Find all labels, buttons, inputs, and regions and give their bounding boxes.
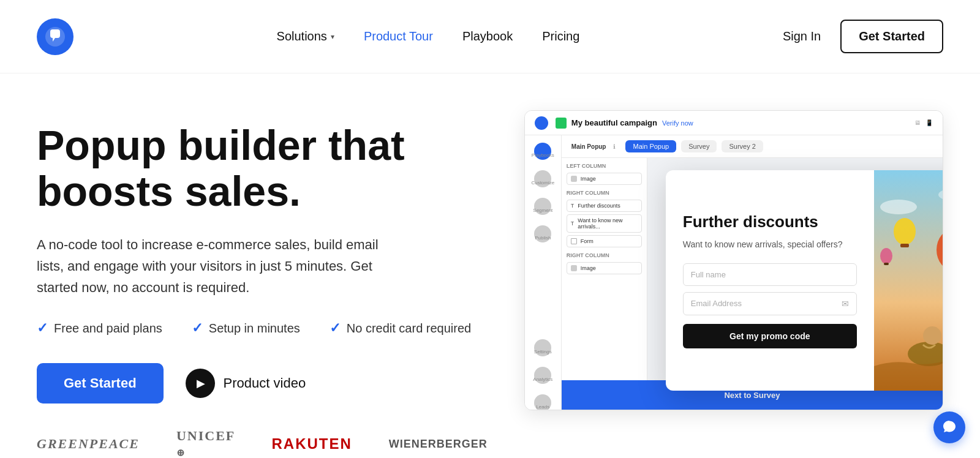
svg-rect-11 <box>884 263 889 265</box>
svg-point-13 <box>923 326 941 345</box>
sidebar-settings[interactable]: Settings <box>534 339 552 355</box>
checkmark-icon: ✓ <box>330 320 341 336</box>
checkmark-icon: ✓ <box>192 320 203 336</box>
mockup-left-column: Left Column Image Right Column T Further… <box>562 158 647 380</box>
nav-pricing[interactable]: Pricing <box>542 29 579 43</box>
logo-unicef: unicef ⊕ <box>176 428 235 458</box>
col-item-form[interactable]: Form <box>567 235 642 247</box>
check-setup: ✓ Setup in minutes <box>192 320 300 336</box>
svg-point-2 <box>880 200 917 214</box>
play-icon <box>186 369 215 398</box>
get-started-hero-button[interactable]: Get Started <box>37 363 164 404</box>
image-item-icon <box>571 176 577 182</box>
popup-email-input[interactable]: Email Address ✉ <box>683 292 857 315</box>
app-mockup: My beautiful campaign Verify now 🖥 📱 Pla… <box>524 110 943 410</box>
check-no-credit: ✓ No credit card required <box>330 320 471 336</box>
popup-left: Further discounts Want to know new arriv… <box>666 170 874 391</box>
sidebar-publish[interactable]: Publish <box>534 225 551 241</box>
col-item-image-2[interactable]: Image <box>567 262 642 274</box>
header-actions: Sign In Get Started <box>783 20 943 53</box>
tab-survey-2[interactable]: Survey 2 <box>722 140 763 152</box>
mockup-tabs-bar: Main Popup ℹ Main Popup Survey Survey 2 <box>562 135 943 158</box>
svg-point-6 <box>894 218 916 245</box>
sidebar-customize[interactable]: Customize <box>531 170 554 186</box>
sidebar-analytics[interactable]: Analytics <box>533 367 552 382</box>
svg-rect-7 <box>900 244 909 247</box>
mockup-edit-area: Left Column Image Right Column T Further… <box>562 158 943 380</box>
tab-main-popup[interactable]: Main Popup <box>625 140 676 152</box>
app-mockup-container: My beautiful campaign Verify now 🖥 📱 Pla… <box>524 110 943 416</box>
hero-title: Popup builder that boosts sales. <box>37 122 488 214</box>
product-video-button[interactable]: Product video <box>186 369 306 398</box>
popup-preview: Further discounts Want to know new arriv… <box>666 170 943 391</box>
svg-point-10 <box>880 248 892 264</box>
checkmark-icon: ✓ <box>37 320 48 336</box>
nav-product-tour[interactable]: Product Tour <box>364 29 433 43</box>
mockup-logo-icon <box>535 116 548 130</box>
hero-left: Popup builder that boosts sales. A no-co… <box>37 110 488 458</box>
desktop-icon: 🖥 <box>914 119 921 126</box>
nav-playbook[interactable]: Playbook <box>462 29 513 43</box>
brand-logos: GREENPEACE unicef ⊕ Rakuten wienerberger <box>37 404 488 458</box>
tab-info-icon: ℹ <box>613 143 616 150</box>
sidebar-segment[interactable]: Segment <box>533 198 552 213</box>
hero-description: A no-code tool to increase e-commerce sa… <box>37 234 404 299</box>
checklist: ✓ Free and paid plans ✓ Setup in minutes… <box>37 320 488 336</box>
sidebar-playbooks[interactable]: Playbooks <box>532 143 554 158</box>
get-started-header-button[interactable]: Get Started <box>840 20 943 53</box>
nav-solutions[interactable]: Solutions ▾ <box>277 29 334 43</box>
logo-wienerberger: wienerberger <box>389 438 488 451</box>
mockup-canvas: Further discounts Want to know new arriv… <box>647 158 943 380</box>
chat-bubble-button[interactable] <box>933 411 965 443</box>
tablet-icon: 📱 <box>925 119 933 126</box>
mockup-topbar: My beautiful campaign Verify now 🖥 📱 <box>525 111 943 135</box>
check-free-plans: ✓ Free and paid plans <box>37 320 162 336</box>
chart-icon <box>556 118 567 129</box>
mockup-sidebar: Playbooks Customize Segment Publish <box>525 135 562 410</box>
col-item-image[interactable]: Image <box>567 173 642 185</box>
image2-item-icon <box>571 265 577 271</box>
col-item-further[interactable]: T Further discounts <box>567 200 642 212</box>
cta-row: Get Started Product video <box>37 363 488 404</box>
main-nav: Solutions ▾ Product Tour Playbook Pricin… <box>277 29 580 43</box>
popup-image: × <box>874 170 943 391</box>
tab-survey[interactable]: Survey <box>681 140 717 152</box>
popup-cta-button[interactable]: Get my promo code <box>683 324 857 348</box>
mockup-toolbar: 🖥 📱 <box>914 119 933 126</box>
logo-greenpeace: GREENPEACE <box>37 436 140 452</box>
col-item-arrivals[interactable]: T Want to know new arrivals... <box>567 214 642 233</box>
sidebar-leads[interactable]: Leads <box>534 394 551 410</box>
popup-fullname-input[interactable]: Full name <box>683 263 857 286</box>
logo[interactable] <box>37 18 74 55</box>
sign-in-button[interactable]: Sign In <box>783 29 821 43</box>
chevron-down-icon: ▾ <box>331 32 334 41</box>
mockup-body: Playbooks Customize Segment Publish <box>525 135 943 410</box>
logo-rakuten: Rakuten <box>271 435 352 452</box>
form-icon <box>571 238 577 244</box>
email-icon: ✉ <box>842 299 849 309</box>
mockup-main: Main Popup ℹ Main Popup Survey Survey 2 … <box>562 135 943 410</box>
hero-section: Popup builder that boosts sales. A no-co… <box>0 73 980 458</box>
campaign-info: My beautiful campaign Verify now <box>556 118 693 129</box>
